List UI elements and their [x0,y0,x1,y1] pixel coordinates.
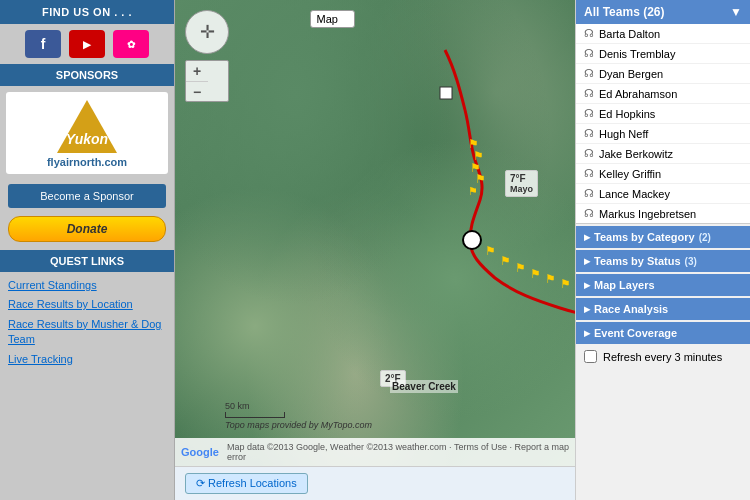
flickr-icon[interactable]: ✿ [113,30,149,58]
svg-text:⚑: ⚑ [560,277,571,291]
section-triangle: ▶ [584,305,590,314]
team-item[interactable]: ☊Denis Tremblay [576,44,750,64]
current-standings-link[interactable]: Current Standings [8,278,166,293]
team-item[interactable]: ☊Markus Ingebretsen [576,204,750,224]
teams-list[interactable]: ☊Barta Dalton☊Denis Tremblay☊Dyan Bergen… [576,24,750,224]
svg-text:⚑: ⚑ [475,172,486,186]
all-teams-label: All Teams (26) [584,5,664,19]
team-item[interactable]: ☊Barta Dalton [576,24,750,44]
team-item[interactable]: ☊Ed Hopkins [576,104,750,124]
social-header: FIND US ON . . . [0,0,174,24]
section-triangle: ▶ [584,281,590,290]
svg-text:⚑: ⚑ [500,254,511,268]
refresh-every: Refresh every 3 minutes [576,344,750,369]
map-controls: ✛ + − [185,10,229,102]
facebook-icon[interactable]: f [25,30,61,58]
section-race-analysis[interactable]: ▶ Race Analysis [576,298,750,320]
donate-button[interactable]: Donate [8,216,166,242]
all-teams-chevron: ▼ [730,5,742,19]
svg-text:⚑: ⚑ [545,272,556,286]
team-item[interactable]: ☊Hugh Neff [576,124,750,144]
section-label: Race Analysis [594,303,668,315]
zoom-in-button[interactable]: + [186,61,208,81]
live-tracking-link[interactable]: Live Tracking [8,352,166,367]
section-triangle: ▶ [584,257,590,266]
race-results-musher-link[interactable]: Race Results by Musher & Dog Team [8,317,166,348]
svg-text:⚑: ⚑ [468,185,478,197]
route-marker [440,87,452,99]
svg-text:Yukon: Yukon [66,131,108,147]
section-event-coverage[interactable]: ▶ Event Coverage [576,322,750,344]
topo-attribution: Topo maps provided by MyTopo.com [225,420,372,430]
quest-links-header: QUEST LINKS [0,250,174,272]
refresh-bar: ⟳ Refresh Locations [175,466,575,500]
map-type-selector[interactable]: Map [310,10,355,28]
map-container[interactable]: ⚑ ⚑ ⚑ ⚑ ⚑ ⚑ ⚑ ⚑ ⚑ ⚑ ⚑ ⚑ ⚑ ⚑ ⚑ ⚑ ⚑ ⚑ ⚑ [175,0,575,466]
refresh-locations-button[interactable]: ⟳ Refresh Locations [185,473,308,494]
svg-text:⚑: ⚑ [485,244,496,258]
team-item[interactable]: ☊Lance Mackey [576,184,750,204]
svg-text:⚑: ⚑ [515,261,526,275]
section-teams-by-category[interactable]: ▶ Teams by Category (2) [576,226,750,248]
section-map-layers[interactable]: ▶ Map Layers [576,274,750,296]
yukon-logo: Yukon [42,98,132,156]
section-count: (2) [699,232,711,243]
weather-mayo: 7°F Mayo [505,170,538,197]
sidebar-links: Current Standings Race Results by Locati… [0,272,174,373]
section-label: Event Coverage [594,327,677,339]
google-logo: Google [181,446,219,458]
sponsors-header: SPONSORS [0,64,174,86]
all-teams-header[interactable]: All Teams (26) ▼ [576,0,750,24]
section-label: Teams by Status [594,255,681,267]
left-sidebar: FIND US ON . . . f ▶ ✿ SPONSORS Yukon fl… [0,0,175,500]
team-item[interactable]: ☊Jake Berkowitz [576,144,750,164]
refresh-every-label: Refresh every 3 minutes [603,351,722,363]
race-results-location-link[interactable]: Race Results by Location [8,297,166,312]
section-label: Map Layers [594,279,655,291]
section-count: (3) [685,256,697,267]
map-data-text: Map data ©2013 Google, Weather ©2013 wea… [227,442,569,462]
sponsor-box: Yukon flyairnorth.com [6,92,168,174]
right-panel: All Teams (26) ▼ ☊Barta Dalton☊Denis Tre… [575,0,750,500]
place-beaver-creek: Beaver Creek [390,380,458,393]
sections-container: ▶ Teams by Category (2)▶ Teams by Status… [576,224,750,344]
social-icons-row: f ▶ ✿ [0,24,174,64]
map-footer: Google Map data ©2013 Google, Weather ©2… [175,438,575,466]
svg-text:⚑: ⚑ [530,267,541,281]
main-area: ⚑ ⚑ ⚑ ⚑ ⚑ ⚑ ⚑ ⚑ ⚑ ⚑ ⚑ ⚑ ⚑ ⚑ ⚑ ⚑ ⚑ ⚑ ⚑ [175,0,575,500]
checkpoint-1 [463,231,481,249]
become-sponsor-button[interactable]: Become a Sponsor [8,184,166,208]
zoom-controls: + − [185,60,229,102]
section-teams-by-status[interactable]: ▶ Teams by Status (3) [576,250,750,272]
refresh-checkbox[interactable] [584,350,597,363]
zoom-out-button[interactable]: − [186,81,208,101]
team-item[interactable]: ☊Dyan Bergen [576,64,750,84]
youtube-icon[interactable]: ▶ [69,30,105,58]
sponsor-website[interactable]: flyairnorth.com [47,156,127,168]
navigation-rose[interactable]: ✛ [185,10,229,54]
scale-bar: 50 km [225,401,285,418]
section-triangle: ▶ [584,233,590,242]
team-item[interactable]: ☊Ed Abrahamson [576,84,750,104]
map-svg: ⚑ ⚑ ⚑ ⚑ ⚑ ⚑ ⚑ ⚑ ⚑ ⚑ ⚑ ⚑ ⚑ ⚑ ⚑ ⚑ ⚑ ⚑ ⚑ [175,0,575,466]
team-item[interactable]: ☊Kelley Griffin [576,164,750,184]
section-triangle: ▶ [584,329,590,338]
section-label: Teams by Category [594,231,695,243]
